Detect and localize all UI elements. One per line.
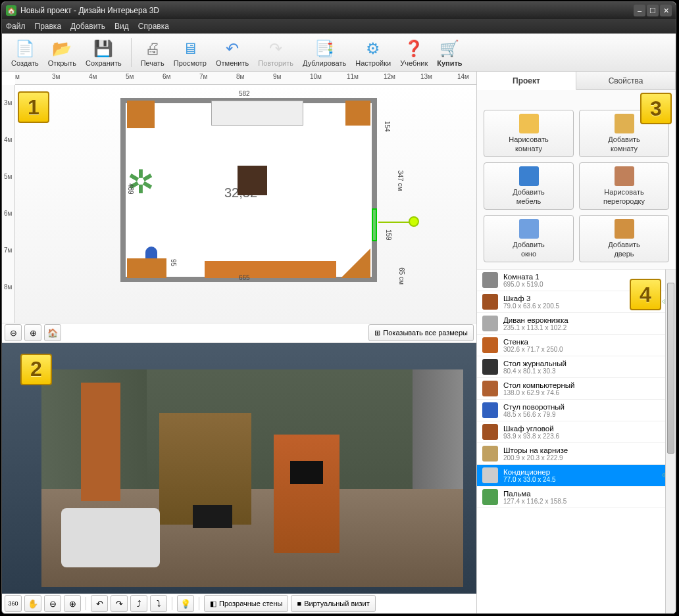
dim-top: 582 [239, 90, 250, 97]
furniture-sofa[interactable] [205, 261, 336, 278]
toolbar-Настройки[interactable]: ⚙Настройки [351, 37, 395, 68]
menu-Правка[interactable]: Правка [35, 22, 62, 31]
furniture-chair[interactable] [145, 247, 157, 258]
furniture-desk[interactable] [127, 258, 166, 278]
action-дверь[interactable]: Добавитьдверь [579, 215, 669, 262]
sel-line [378, 222, 411, 223]
Повторить-icon: ↷ [265, 38, 286, 59]
object-Стул поворотный[interactable]: Стул поворотный48.5 x 56.6 x 79.9 [477, 400, 676, 421]
rotate-360-button[interactable]: 360 [5, 595, 22, 612]
furniture-table[interactable] [238, 166, 267, 195]
panel-tabs: Проект Свойства [477, 72, 676, 90]
dim-corner: 65 см [398, 268, 405, 285]
minimize-button[interactable]: – [634, 5, 645, 16]
scrollbar-thumb[interactable] [667, 283, 674, 454]
toolbar-Сохранить[interactable]: 💾Сохранить [82, 37, 126, 68]
zoom-out-button[interactable]: ⊖ [5, 324, 22, 341]
object-icon [482, 316, 498, 331]
Купить-icon: 🛒 [439, 38, 460, 59]
toolbar-Учебник[interactable]: ❓Учебник [396, 37, 432, 68]
object-list[interactable]: Комната 1695.0 x 519.0Шкаф 379.0 x 63.6 … [477, 270, 676, 613]
3d-zoom-in-button[interactable]: ⊕ [64, 595, 81, 612]
3d-zoom-out-button[interactable]: ⊖ [44, 595, 61, 612]
tilt-up-button[interactable]: ⤴ [130, 595, 147, 612]
pan-button[interactable]: ✋ [24, 595, 41, 612]
furniture-corner[interactable] [345, 101, 370, 126]
badge-1: 1 [18, 91, 49, 123]
furniture-couch[interactable] [211, 101, 303, 126]
Печать-icon: 🖨 [142, 38, 163, 59]
toolbar-Печать[interactable]: 🖨Печать [137, 37, 168, 68]
menu-Справка[interactable]: Справка [138, 22, 169, 31]
dim-left: 489 [127, 183, 134, 195]
side-panel: Проект Свойства НарисоватькомнатуДобавит… [477, 72, 676, 613]
main-toolbar: 📄Создать📂Открыть💾Сохранить🖨Печать🖥Просмо… [2, 34, 676, 72]
Сохранить-icon: 💾 [93, 38, 114, 59]
home-button[interactable]: 🏠 [44, 324, 61, 341]
badge-2: 2 [20, 354, 52, 385]
coffee-table-3d [193, 505, 232, 528]
3d-scene[interactable] [41, 369, 463, 588]
furniture-corner2[interactable] [341, 249, 370, 278]
object-icon [482, 424, 498, 440]
tv-3d [290, 461, 323, 484]
action-мебель[interactable]: Добавитьмебель [484, 162, 574, 210]
object-Шторы на карнизе[interactable]: Шторы на карнизе200.9 x 20.3 x 222.9 [477, 443, 676, 465]
scrollbar[interactable] [665, 270, 676, 613]
close-button[interactable]: ✕ [660, 5, 672, 16]
toolbar-Дублировать[interactable]: 📑Дублировать [299, 37, 350, 68]
action-перегородку[interactable]: Нарисоватьперегородку [579, 162, 669, 210]
object-Стенка[interactable]: Стенка302.6 x 71.7 x 250.0 [477, 335, 676, 356]
toolbar-Повторить[interactable]: ↷Повторить [254, 37, 297, 68]
transparent-walls-button[interactable]: ◧ Прозрачные стены [204, 595, 288, 612]
окно-icon [519, 219, 539, 239]
toolbar-Открыть[interactable]: 📂Открыть [44, 37, 80, 68]
3d-toolbar: 360 ✋ ⊖ ⊕ ↶ ↷ ⤴ ⤵ 💡 ◧ Прозрачные стены [2, 594, 476, 613]
toolbar-Отменить[interactable]: ↶Отменить [212, 37, 253, 68]
dim-gap: 95 [170, 259, 177, 266]
rotate-left-button[interactable]: ↶ [91, 595, 108, 612]
dim-sofa: 665 [239, 274, 250, 281]
selected-ac[interactable] [372, 208, 377, 241]
tab-project[interactable]: Проект [477, 72, 576, 90]
menu-Добавить[interactable]: Добавить [70, 22, 105, 31]
мебель-icon [519, 166, 539, 186]
wardrobe-3d [81, 383, 120, 501]
plan-canvas[interactable]: 32,52 ✲ 582 34 [15, 85, 476, 323]
menu-Файл[interactable]: Файл [6, 22, 26, 31]
object-Кондиционер[interactable]: Кондиционер77.0 x 33.0 x 24.5👁 [477, 465, 676, 486]
plan-view[interactable]: м3м4м5м6м7м8м9м10м11м12м13м14м 3м4м5м6м7… [2, 72, 476, 343]
badge-3: 3 [640, 93, 672, 124]
object-icon [482, 294, 498, 310]
toolbar-Купить[interactable]: 🛒Купить [433, 37, 466, 68]
sel-handle[interactable] [409, 216, 419, 227]
Учебник-icon: ❓ [403, 38, 424, 59]
3d-view[interactable]: 2 360 ✋ ⊖ ⊕ ↶ ↷ ⤴ ⤵ 💡 ◧ Прозрачн [2, 343, 476, 614]
menu-bar: ФайлПравкаДобавитьВидСправка [2, 19, 676, 34]
furniture-wardrobe[interactable] [127, 101, 155, 128]
show-dimensions-button[interactable]: ⊞ Показывать все размеры [368, 324, 474, 341]
object-Стол журнальный[interactable]: Стол журнальный80.4 x 80.1 x 30.3 [477, 356, 676, 378]
object-Стол компьютерный[interactable]: Стол компьютерный138.0 x 62.9 x 74.6 [477, 378, 676, 400]
tilt-down-button[interactable]: ⤵ [150, 595, 167, 612]
dim-right: 347 см [397, 170, 404, 191]
object-Диван еврокнижка[interactable]: Диван еврокнижка235.1 x 113.1 x 102.2 [477, 313, 676, 335]
toolbar-Создать[interactable]: 📄Создать [7, 37, 43, 68]
tab-properties[interactable]: Свойства [576, 72, 676, 89]
light-button[interactable]: 💡 [177, 595, 194, 612]
virtual-visit-button[interactable]: ■ Виртуальный визит [291, 595, 375, 612]
Отменить-icon: ↶ [222, 38, 243, 59]
object-Шкаф угловой[interactable]: Шкаф угловой93.9 x 93.8 x 223.6 [477, 421, 676, 443]
action-окно[interactable]: Добавитьокно [484, 215, 574, 262]
toolbar-Просмотр[interactable]: 🖥Просмотр [170, 37, 211, 68]
room-outline[interactable]: 32,52 ✲ [120, 98, 377, 282]
action-комнату[interactable]: Нарисоватькомнату [484, 110, 574, 157]
object-Пальма[interactable]: Пальма127.4 x 116.2 x 158.5 [477, 486, 676, 508]
menu-Вид[interactable]: Вид [114, 22, 129, 31]
rotate-right-button[interactable]: ↷ [111, 595, 128, 612]
Настройки-icon: ⚙ [363, 38, 384, 59]
object-icon [482, 381, 498, 396]
maximize-button[interactable]: ☐ [647, 5, 659, 16]
zoom-in-button[interactable]: ⊕ [24, 324, 41, 341]
object-icon [482, 467, 498, 483]
